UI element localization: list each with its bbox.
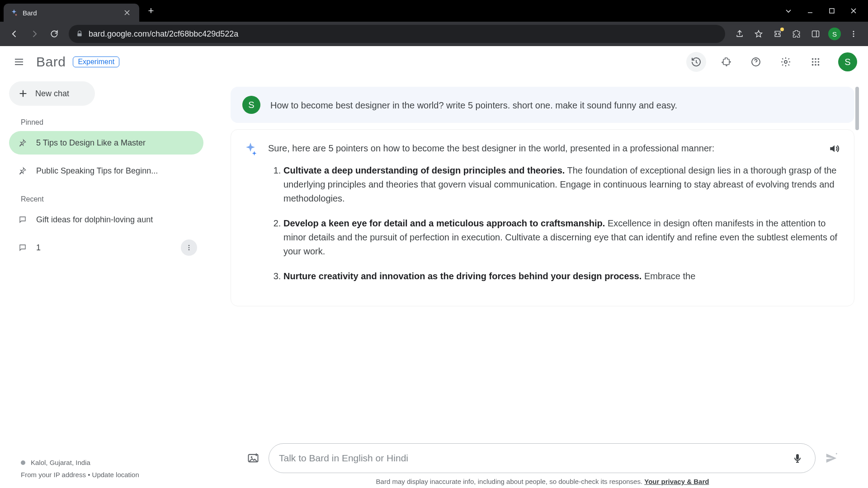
send-button[interactable]: [822, 449, 841, 468]
svg-point-13: [818, 61, 820, 63]
brand-title: Bard: [36, 54, 66, 70]
sidebar-item-pinned-0[interactable]: 5 Tips to Design Like a Master: [9, 131, 203, 155]
recent-section-label: Recent: [9, 195, 203, 203]
svg-point-9: [815, 58, 816, 60]
svg-point-7: [784, 61, 787, 63]
privacy-link[interactable]: Your privacy & Bard: [644, 478, 709, 485]
url-text: bard.google.com/chat/2cf68bbc429d522a: [89, 29, 238, 39]
new-chat-button[interactable]: New chat: [9, 81, 95, 106]
bard-favicon-icon: [10, 9, 18, 17]
settings-gear-icon[interactable]: [776, 52, 796, 72]
location-text: Kalol, Gujarat, India: [31, 456, 90, 469]
browser-toolbar: bard.google.com/chat/2cf68bbc429d522a S: [0, 22, 868, 46]
svg-point-11: [812, 61, 814, 63]
main-panel: S How to become best designer in the wor…: [212, 78, 868, 488]
conversation-more-icon[interactable]: [181, 239, 197, 256]
lock-icon: [76, 30, 83, 38]
svg-point-8: [812, 58, 814, 60]
pinned-section-label: Pinned: [9, 118, 203, 127]
forward-button: [25, 25, 43, 43]
update-location-link[interactable]: Update location: [92, 471, 139, 479]
maximize-window-icon[interactable]: [821, 2, 843, 20]
sidebar-item-label: Gift ideas for dolphin-loving aunt: [36, 215, 197, 225]
avatar: S: [828, 28, 841, 40]
ip-address-link[interactable]: From your IP address: [21, 471, 86, 479]
add-image-icon[interactable]: [244, 449, 262, 467]
svg-point-15: [815, 64, 816, 66]
chat-icon: [17, 244, 28, 252]
speak-aloud-icon[interactable]: [825, 140, 843, 158]
plus-icon: [18, 89, 28, 99]
svg-point-18: [189, 247, 190, 249]
sidebar: New chat Pinned 5 Tips to Design Like a …: [0, 78, 212, 488]
share-icon[interactable]: [731, 25, 749, 43]
sidebar-item-recent-0[interactable]: Gift ideas for dolphin-loving aunt: [9, 208, 203, 231]
bot-intro-text: Sure, here are 5 pointers on how to beco…: [268, 141, 842, 155]
bookmark-star-icon[interactable]: [750, 25, 768, 43]
address-bar[interactable]: bard.google.com/chat/2cf68bbc429d522a: [69, 25, 725, 43]
svg-point-14: [812, 64, 814, 66]
extensions-icon[interactable]: [788, 25, 806, 43]
new-tab-button[interactable]: +: [144, 4, 158, 18]
svg-rect-0: [830, 9, 834, 13]
svg-point-4: [853, 33, 854, 35]
prompt-input-wrap: [269, 443, 816, 473]
chevron-down-icon[interactable]: [778, 2, 799, 20]
bot-message: Sure, here are 5 pointers on how to beco…: [231, 129, 854, 306]
pin-icon: [17, 167, 28, 175]
svg-point-17: [189, 245, 190, 246]
svg-rect-1: [77, 33, 81, 37]
svg-point-12: [815, 61, 816, 63]
minimize-window-icon[interactable]: [799, 2, 821, 20]
composer: [244, 443, 841, 473]
sidebar-item-pinned-1[interactable]: Public Speaking Tips for Beginn...: [9, 159, 203, 183]
location-dot-icon: [21, 460, 25, 465]
apps-grid-icon[interactable]: [806, 52, 826, 72]
svg-point-10: [818, 58, 820, 60]
browser-tab[interactable]: Bard: [4, 4, 139, 22]
svg-point-3: [853, 31, 854, 32]
mic-icon[interactable]: [790, 450, 805, 466]
kebab-menu-icon[interactable]: [844, 25, 863, 43]
list-item: Develop a keen eye for detail and a meti…: [283, 216, 842, 258]
pin-icon: [17, 139, 28, 147]
sidebar-footer: Kalol, Gujarat, India From your IP addre…: [9, 456, 203, 481]
extensions-puzzle-icon[interactable]: [716, 52, 736, 72]
close-tab-icon[interactable]: [123, 9, 131, 17]
extensions-pending-icon[interactable]: [769, 25, 787, 43]
disclaimer: Bard may display inaccurate info, includ…: [244, 478, 841, 485]
tab-strip: Bard +: [0, 0, 868, 22]
bot-points-list: Cultivate a deep understanding of design…: [268, 164, 842, 283]
sidebar-item-recent-1[interactable]: 1: [9, 236, 203, 259]
close-window-icon[interactable]: [843, 2, 864, 20]
bard-spark-icon: [243, 141, 258, 157]
user-avatar: S: [242, 96, 260, 114]
sidebar-item-label: Public Speaking Tips for Beginn...: [36, 166, 197, 176]
help-icon[interactable]: [746, 52, 766, 72]
svg-rect-22: [796, 454, 799, 460]
chat-icon: [17, 216, 28, 224]
user-message-text: How to become best designer in the world…: [270, 96, 677, 112]
experiment-badge: Experiment: [73, 56, 119, 67]
tab-title: Bard: [23, 9, 118, 17]
list-item: Nurture creativity and innovation as the…: [283, 269, 842, 283]
hamburger-menu-icon[interactable]: [9, 52, 29, 72]
profile-avatar[interactable]: S: [838, 52, 857, 71]
new-chat-label: New chat: [35, 89, 69, 99]
svg-point-21: [251, 456, 253, 458]
reload-button[interactable]: [45, 25, 63, 43]
side-panel-icon[interactable]: [807, 25, 825, 43]
back-button[interactable]: [5, 25, 24, 43]
sidebar-item-label: 1: [36, 243, 173, 253]
svg-rect-2: [812, 31, 819, 37]
svg-point-19: [189, 249, 190, 250]
sidebar-item-label: 5 Tips to Design Like a Master: [36, 138, 197, 148]
user-message: S How to become best designer in the wor…: [231, 87, 854, 123]
svg-point-16: [818, 64, 820, 66]
activity-history-icon[interactable]: [686, 52, 706, 72]
profile-button[interactable]: S: [826, 25, 844, 43]
svg-point-5: [853, 36, 854, 37]
prompt-input[interactable]: [279, 453, 783, 464]
list-item: Cultivate a deep understanding of design…: [283, 164, 842, 206]
conversation-scrollbar[interactable]: [855, 87, 859, 130]
